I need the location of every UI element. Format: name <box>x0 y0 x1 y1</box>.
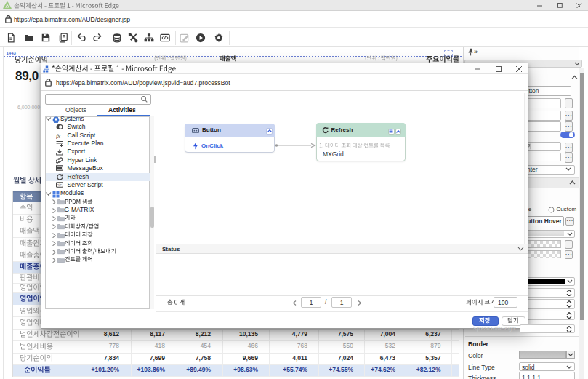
svg-text:</>: </> <box>57 183 63 187</box>
svg-text:fx: fx <box>56 132 60 139</box>
